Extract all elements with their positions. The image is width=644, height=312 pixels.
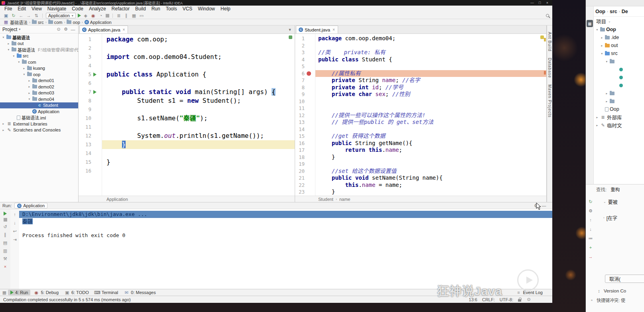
editor-breadcrumb-item[interactable]: name: [339, 197, 351, 202]
expander-icon[interactable]: ⌄: [603, 200, 606, 204]
expander-icon[interactable]: ▾: [595, 28, 599, 31]
code-line[interactable]: 4public class Student {: [295, 56, 546, 63]
expander-icon[interactable]: ▸: [605, 100, 609, 103]
tree-item[interactable]: ▸kuang: [0, 65, 78, 72]
project-panel-header[interactable]: Project ▾ ⊙⚙—: [0, 26, 78, 33]
stop-icon[interactable]: [106, 14, 109, 18]
tree-item[interactable]: ▾src: [594, 49, 644, 57]
close-run-icon[interactable]: ×: [2, 264, 8, 269]
breadcrumb-item-3[interactable]: com: [48, 20, 63, 25]
tree-item[interactable]: 基础语法.iml: [0, 115, 78, 121]
run-tab-application[interactable]: Application: [14, 203, 47, 208]
find-result-item[interactable]: ›[在字: [603, 213, 644, 222]
expander-icon[interactable]: ▾: [17, 60, 21, 64]
expander-icon[interactable]: ▾: [2, 35, 5, 39]
secondary-project-header[interactable]: 项目 ⌄: [594, 17, 644, 26]
menu-item-code[interactable]: Code: [69, 6, 86, 12]
expander-icon[interactable]: ▸: [595, 116, 599, 119]
code-line[interactable]: 1package com.oop.demo04;: [295, 35, 546, 42]
project-tool-button[interactable]: ▦: [587, 20, 593, 27]
expander-icon[interactable]: ▸: [600, 44, 604, 47]
code-line[interactable]: 3//类 private: 私有: [295, 49, 546, 56]
restore-icon[interactable]: ↺: [2, 224, 8, 230]
minimize-icon[interactable]: —: [529, 0, 536, 6]
code-line[interactable]: 14: [295, 126, 546, 133]
expander-icon[interactable]: ▾: [12, 54, 16, 58]
tree-item[interactable]: ▸✎临时文: [594, 121, 644, 129]
tree-item[interactable]: Oop: [594, 105, 644, 113]
maximize-icon[interactable]: □: [536, 0, 543, 6]
search-icon[interactable]: [546, 14, 549, 17]
expander-icon[interactable]: ›: [603, 216, 605, 220]
expander-icon[interactable]: ▾: [28, 97, 31, 101]
monitor-icon[interactable]: ▭: [139, 13, 144, 18]
tool-tab-4-run[interactable]: 4: Run: [8, 290, 30, 295]
tab-student-java[interactable]: Student.java ×: [296, 26, 338, 33]
tree-item[interactable]: [594, 81, 644, 89]
code-line[interactable]: 18 }: [295, 154, 546, 161]
expander-icon[interactable]: ▸: [22, 67, 26, 70]
tree-item[interactable]: ▸.ide: [594, 33, 644, 41]
code-line[interactable]: 12 System.out.println(s1.getName());: [79, 131, 295, 140]
tree-item[interactable]: [594, 73, 644, 81]
console-line[interactable]: [19, 225, 552, 232]
tree-item[interactable]: ▸: [594, 89, 644, 97]
tool-tab-maven-projects[interactable]: Maven Projects: [547, 84, 552, 118]
tab-application-java[interactable]: Application.java ×: [79, 26, 128, 33]
close-icon[interactable]: ×: [544, 0, 551, 6]
console[interactable]: D:\Environment\jdk8\jdk\bin\java.exe ...…: [19, 209, 552, 289]
tree-item[interactable]: ▾Oop: [594, 26, 644, 33]
back-icon[interactable]: ←: [18, 13, 24, 18]
code-line[interactable]: 8 private int id; //学号: [295, 84, 546, 91]
code-line[interactable]: 8 Student s1 = new Student();: [79, 96, 295, 105]
code-line[interactable]: 9 private char sex; //性别: [295, 91, 546, 98]
secondary-breadcrumb-item[interactable]: De: [622, 9, 628, 14]
code-line[interactable]: 13 // 提供一些public 的 get、set方法: [295, 119, 546, 126]
inspection-indicator[interactable]: [540, 35, 544, 39]
code-line[interactable]: 6 //属性私有: [295, 70, 546, 77]
clear-icon[interactable]: ▥: [2, 248, 8, 253]
chevron-down-icon[interactable]: ▾: [287, 27, 293, 32]
expander-icon[interactable]: ▸: [2, 128, 5, 132]
code-line[interactable]: 10: [295, 98, 546, 105]
expander-icon[interactable]: ▾: [600, 52, 604, 55]
expander-icon[interactable]: ▸: [28, 85, 31, 88]
softwrap-icon[interactable]: ↩: [12, 228, 18, 234]
expander-icon[interactable]: ▾: [7, 48, 10, 51]
columns-icon[interactable]: ∥: [124, 13, 129, 18]
code-line[interactable]: 23 }: [295, 188, 546, 196]
tree-item[interactable]: ▾demo04: [0, 96, 78, 102]
code-area-application[interactable]: 1package com.oop;23import com.oop.demo04…: [79, 34, 295, 196]
list-icon[interactable]: ≣: [116, 13, 122, 18]
menu-item-edit[interactable]: Edit: [15, 6, 29, 12]
tree-item[interactable]: ▸demo01: [0, 78, 78, 84]
code-line[interactable]: 2: [79, 44, 295, 53]
skip-icon[interactable]: →: [588, 254, 593, 259]
menu-item-help[interactable]: Help: [218, 6, 233, 12]
expander-icon[interactable]: ▸: [595, 124, 599, 127]
title-bar[interactable]: JavaSE [F:\班级管理\网课班\代码\JavaSE] - ...\基础语…: [0, 0, 552, 6]
menu-item-navigate[interactable]: Navigate: [45, 6, 69, 12]
highlight-icon[interactable]: ⊙: [526, 297, 532, 302]
grid-icon[interactable]: ▦: [131, 13, 137, 18]
expander-icon[interactable]: ▸: [28, 79, 31, 82]
debug-icon[interactable]: ◉: [91, 13, 96, 18]
code-line[interactable]: 16 public String getName(){: [295, 140, 546, 147]
sync-icon[interactable]: ↻: [588, 199, 593, 204]
breadcrumb-item-1[interactable]: ▦基础语法: [3, 19, 28, 26]
tree-item[interactable]: Student: [0, 102, 78, 109]
code-line[interactable]: 20 //set 给这个数据设置值: [295, 168, 546, 175]
tab-close-icon[interactable]: ×: [333, 27, 335, 32]
code-line[interactable]: 17 return this.name;: [295, 147, 546, 154]
menu-item-window[interactable]: Window: [195, 6, 218, 12]
editor-breadcrumb-item[interactable]: Application: [106, 197, 128, 202]
code-line[interactable]: 3import com.oop.demo04.Student;: [79, 53, 295, 61]
code-line[interactable]: 4: [79, 61, 295, 70]
tree-item[interactable]: ▾: [594, 57, 644, 65]
code-line[interactable]: 13 }: [79, 140, 295, 149]
menu-item-refactor[interactable]: Refactor: [109, 6, 132, 12]
run-config-select[interactable]: Application▾: [46, 13, 76, 18]
expander-icon[interactable]: ▾: [605, 60, 609, 63]
run-icon[interactable]: [78, 14, 81, 18]
code-line[interactable]: 2: [295, 42, 546, 49]
